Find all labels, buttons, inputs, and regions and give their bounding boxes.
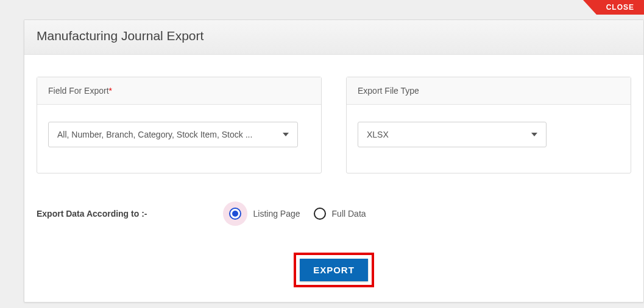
export-file-type-label: Export File Type: [358, 86, 419, 96]
field-for-export-box: Field For Export* All, Number, Branch, C…: [37, 77, 322, 173]
field-for-export-label: Field For Export: [48, 86, 109, 96]
chevron-down-icon: [531, 133, 537, 136]
data-scope-row: Export Data According to :- Listing Page…: [37, 201, 631, 226]
export-dialog: Manufacturing Journal Export Field For E…: [24, 19, 644, 303]
close-button[interactable]: CLOSE: [583, 0, 644, 15]
close-button-slant: [583, 0, 596, 15]
field-for-export-header: Field For Export*: [37, 77, 321, 105]
export-button[interactable]: EXPORT: [300, 259, 368, 281]
dialog-body: Field For Export* All, Number, Branch, C…: [24, 55, 643, 302]
radio-icon: [314, 208, 326, 220]
dialog-header: Manufacturing Journal Export: [24, 20, 643, 55]
required-asterisk: *: [109, 86, 112, 96]
close-button-label: CLOSE: [596, 0, 644, 15]
export-file-type-header: Export File Type: [347, 77, 631, 105]
radio-full-data-label: Full Data: [332, 209, 366, 219]
field-for-export-select[interactable]: All, Number, Branch, Category, Stock Ite…: [48, 122, 298, 147]
field-for-export-value: All, Number, Branch, Category, Stock Ite…: [57, 130, 252, 139]
field-for-export-body: All, Number, Branch, Category, Stock Ite…: [37, 105, 321, 173]
export-file-type-select[interactable]: XLSX: [358, 122, 547, 147]
radio-listing-page-label: Listing Page: [253, 209, 300, 219]
export-button-highlight: EXPORT: [294, 253, 374, 287]
fields-row: Field For Export* All, Number, Branch, C…: [37, 77, 631, 173]
radio-full-data[interactable]: Full Data: [314, 208, 366, 220]
radio-halo: [223, 201, 247, 226]
radio-dot-icon: [232, 211, 238, 217]
actions-row: EXPORT: [37, 253, 631, 287]
radio-listing-page[interactable]: Listing Page: [223, 201, 300, 226]
chevron-down-icon: [283, 133, 289, 136]
export-file-type-body: XLSX: [347, 105, 631, 173]
dialog-title: Manufacturing Journal Export: [37, 29, 631, 43]
data-scope-prompt: Export Data According to :-: [37, 209, 147, 219]
export-file-type-box: Export File Type XLSX: [346, 77, 631, 173]
export-file-type-value: XLSX: [367, 130, 389, 139]
radio-icon: [229, 208, 241, 220]
